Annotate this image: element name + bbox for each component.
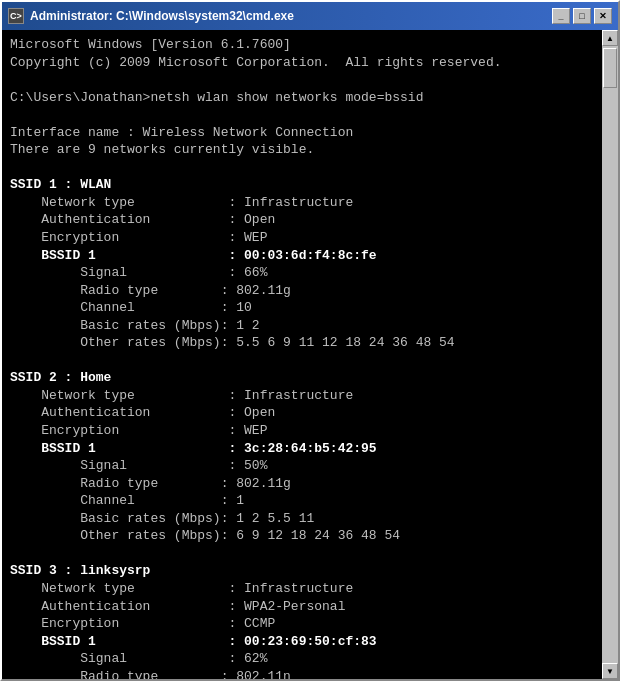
maximize-button[interactable]: □	[573, 8, 591, 24]
terminal-line: Network type : Infrastructure	[10, 581, 353, 596]
terminal-line: Basic rates (Mbps): 1 2 5.5 11	[10, 511, 314, 526]
terminal-line: There are 9 networks currently visible.	[10, 142, 314, 157]
scroll-up-button[interactable]: ▲	[602, 30, 618, 46]
terminal-line: Copyright (c) 2009 Microsoft Corporation…	[10, 55, 501, 70]
terminal-line: Signal : 62%	[10, 651, 267, 666]
window-title: Administrator: C:\Windows\system32\cmd.e…	[30, 9, 294, 23]
terminal-line: Channel : 10	[10, 300, 252, 315]
terminal-line: Signal : 66%	[10, 265, 267, 280]
terminal-line: Other rates (Mbps): 5.5 6 9 11 12 18 24 …	[10, 335, 455, 350]
terminal-line: Authentication : Open	[10, 405, 275, 420]
terminal-line: Encryption : CCMP	[10, 616, 275, 631]
close-button[interactable]: ✕	[594, 8, 612, 24]
terminal-line: Radio type : 802.11g	[10, 476, 291, 491]
terminal-line: Other rates (Mbps): 6 9 12 18 24 36 48 5…	[10, 528, 400, 543]
terminal-line: Network type : Infrastructure	[10, 195, 353, 210]
terminal-line: Radio type : 802.11g	[10, 283, 291, 298]
window-controls: _ □ ✕	[552, 8, 612, 24]
terminal-line: Encryption : WEP	[10, 423, 267, 438]
terminal-line: Basic rates (Mbps): 1 2	[10, 318, 260, 333]
terminal-line: Microsoft Windows [Version 6.1.7600]	[10, 37, 291, 52]
terminal-line: Radio type : 802.11n	[10, 669, 291, 679]
scrollbar-thumb[interactable]	[603, 48, 617, 88]
scroll-down-button[interactable]: ▼	[602, 663, 618, 679]
terminal-line: Channel : 1	[10, 493, 244, 508]
terminal-line: Interface name : Wireless Network Connec…	[10, 125, 353, 140]
terminal-line: BSSID 1 : 3c:28:64:b5:42:95	[10, 441, 377, 456]
terminal-line: SSID 1 : WLAN	[10, 177, 111, 192]
terminal-line: BSSID 1 : 00:23:69:50:cf:83	[10, 634, 377, 649]
terminal-line: SSID 3 : linksysrp	[10, 563, 150, 578]
terminal-output[interactable]: Microsoft Windows [Version 6.1.7600] Cop…	[2, 30, 602, 679]
scrollbar: ▲ ▼	[602, 30, 618, 679]
terminal-line: Network type : Infrastructure	[10, 388, 353, 403]
title-bar-left: C> Administrator: C:\Windows\system32\cm…	[8, 8, 294, 24]
terminal-line: BSSID 1 : 00:03:6d:f4:8c:fe	[10, 248, 377, 263]
terminal-line: Authentication : Open	[10, 212, 275, 227]
terminal-line: C:\Users\Jonathan>netsh wlan show networ…	[10, 90, 423, 105]
terminal-line: SSID 2 : Home	[10, 370, 111, 385]
minimize-button[interactable]: _	[552, 8, 570, 24]
title-bar: C> Administrator: C:\Windows\system32\cm…	[2, 2, 618, 30]
scrollbar-thumb-area	[602, 46, 618, 663]
terminal-line: Authentication : WPA2-Personal	[10, 599, 345, 614]
cmd-window: C> Administrator: C:\Windows\system32\cm…	[0, 0, 620, 681]
terminal-line: Encryption : WEP	[10, 230, 267, 245]
content-area: Microsoft Windows [Version 6.1.7600] Cop…	[2, 30, 618, 679]
terminal-line: Signal : 50%	[10, 458, 267, 473]
window-icon: C>	[8, 8, 24, 24]
